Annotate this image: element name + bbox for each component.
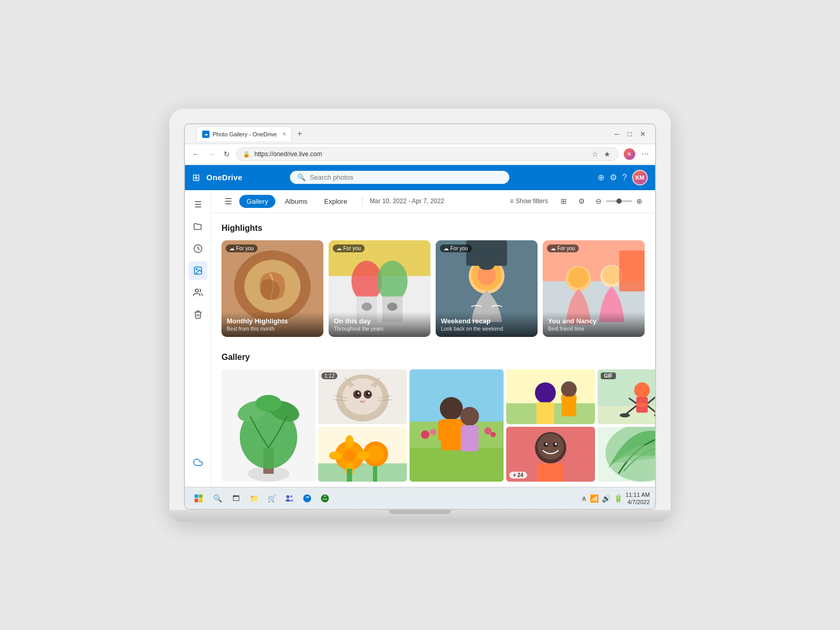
- svg-point-56: [484, 427, 492, 435]
- badge-text-1: For you: [236, 246, 254, 251]
- svg-rect-83: [373, 466, 377, 482]
- sidebar-item-folder[interactable]: [189, 217, 207, 236]
- taskbar-app-teams[interactable]: [281, 490, 298, 507]
- new-tab-button[interactable]: +: [295, 129, 304, 138]
- back-button[interactable]: ←: [190, 149, 202, 159]
- svg-point-101: [323, 498, 325, 500]
- highlight-card-weekend[interactable]: ☁ For you Weekend recap Look back on the…: [436, 240, 538, 337]
- hamburger-button[interactable]: ☰: [221, 194, 235, 208]
- tray-wifi-icon[interactable]: 📶: [590, 494, 599, 503]
- highlight-title-1: Monthly Highlights: [227, 317, 318, 325]
- navbar-right: ≡ Show filters ⊞ ⚙ ⊖ ⊕: [506, 195, 645, 207]
- highlight-card-onthisday[interactable]: ☁ For you On this day Throughout the yea…: [329, 240, 430, 337]
- taskbar-app-store[interactable]: 🛒: [263, 490, 280, 507]
- tab-explore[interactable]: Explore: [317, 195, 355, 208]
- search-taskbar-button[interactable]: 🔍: [209, 490, 226, 507]
- taskbar-app-files[interactable]: 📁: [246, 490, 262, 507]
- search-box[interactable]: 🔍: [290, 171, 509, 184]
- view-toggle-button[interactable]: ⊞: [557, 195, 570, 207]
- gallery-badge-cat: 1:12: [321, 372, 337, 379]
- gallery-item-leaves[interactable]: [598, 427, 655, 482]
- highlight-badge-4: ☁ For you: [547, 244, 579, 252]
- sidebar-item-cloud[interactable]: [189, 453, 207, 472]
- highlight-title-3: Weekend recap: [441, 317, 532, 325]
- svg-rect-53: [461, 425, 479, 451]
- laptop-base: [169, 510, 671, 521]
- taskbar-app-widgets[interactable]: 🗔: [228, 490, 244, 507]
- taskbar: 🔍 🗔 📁 🛒: [185, 487, 655, 509]
- browser-tab[interactable]: ☁ Photo Gallery - OneDrive ✕: [196, 126, 292, 141]
- show-filters-label: Show filters: [516, 197, 548, 205]
- sidebar-item-recycle[interactable]: [189, 305, 207, 324]
- svg-point-77: [367, 446, 384, 462]
- taskbar-app-xbox[interactable]: [317, 490, 333, 507]
- gallery-item-flowers[interactable]: [318, 427, 407, 482]
- highlight-card-nancy[interactable]: ☁ For you You and Nancy Best friend time: [543, 240, 645, 337]
- refresh-button[interactable]: ↻: [221, 149, 232, 159]
- svg-point-34: [255, 395, 282, 412]
- close-button[interactable]: ✕: [636, 129, 650, 139]
- zoom-out-button[interactable]: ⊖: [593, 196, 604, 206]
- search-input[interactable]: [310, 173, 502, 181]
- badge-text-3: For you: [450, 246, 468, 251]
- start-button[interactable]: [190, 490, 207, 507]
- svg-point-89: [545, 443, 547, 445]
- highlight-sub-3: Look back on the weekend: [441, 326, 532, 332]
- minimize-button[interactable]: ─: [610, 129, 623, 139]
- zoom-slider[interactable]: [606, 200, 632, 202]
- sidebar-item-photos[interactable]: [189, 261, 207, 280]
- highlights-title: Highlights: [221, 224, 645, 233]
- user-avatar-small: K: [624, 148, 635, 160]
- settings-icon[interactable]: ⚙: [610, 172, 617, 182]
- date-range: Mar 10, 2022 - Apr 7, 2022: [370, 197, 445, 205]
- badge-icon-3: ☁: [444, 246, 449, 251]
- tab-albums[interactable]: Albums: [277, 195, 314, 208]
- sidebar-item-hamburger[interactable]: ☰: [189, 195, 207, 214]
- gallery-item-family2[interactable]: [506, 369, 595, 424]
- collections-icon[interactable]: ★: [603, 150, 612, 158]
- taskbar-app-edge[interactable]: [299, 490, 316, 507]
- search-icon: 🔍: [297, 173, 306, 181]
- settings-button[interactable]: ⚙: [575, 195, 588, 207]
- appbar-actions: ⊕ ⚙ ? KM: [598, 170, 648, 185]
- svg-point-24: [568, 267, 589, 287]
- app-grid-icon[interactable]: ⊞: [192, 172, 200, 183]
- url-text: https://onedrive.live.com: [254, 150, 587, 158]
- badge-text-2: For you: [343, 246, 361, 251]
- sidebar-item-people[interactable]: [189, 283, 207, 302]
- highlights-grid: ☁ For you Monthly Highlights Best from t…: [221, 240, 645, 337]
- highlight-card-monthly[interactable]: ☁ For you Monthly Highlights Best from t…: [221, 240, 323, 337]
- svg-rect-61: [536, 402, 554, 424]
- favorites-icon[interactable]: ☆: [591, 150, 600, 158]
- gallery-item-cat[interactable]: 1:12: [318, 369, 407, 424]
- user-avatar[interactable]: KM: [632, 170, 648, 185]
- svg-point-80: [329, 451, 342, 460]
- gallery-section: Gallery: [211, 342, 655, 487]
- maximize-button[interactable]: □: [623, 129, 636, 139]
- gallery-item-plant[interactable]: [221, 369, 316, 482]
- badge-icon-4: ☁: [551, 246, 556, 251]
- extensions-icon[interactable]: ⋯: [640, 150, 650, 158]
- tab-gallery[interactable]: Gallery: [239, 195, 275, 208]
- help-icon[interactable]: ?: [622, 173, 627, 182]
- profile-icon[interactable]: K: [623, 148, 636, 160]
- sidebar-item-recent[interactable]: [189, 239, 207, 258]
- date-display: 4/7/2022: [626, 498, 650, 506]
- gallery-item-happy[interactable]: + 24: [506, 427, 595, 482]
- svg-point-14: [387, 302, 398, 311]
- zoom-in-button[interactable]: ⊕: [634, 196, 645, 206]
- address-bar[interactable]: 🔒 https://onedrive.live.com ☆ ★: [236, 147, 619, 161]
- gallery-item-skater[interactable]: GIF: [598, 369, 655, 424]
- cloud-icon[interactable]: ⊕: [598, 172, 604, 182]
- svg-rect-27: [619, 250, 645, 291]
- tab-close-button[interactable]: ✕: [282, 131, 286, 137]
- tray-battery-icon[interactable]: 🔋: [614, 494, 623, 503]
- tray-arrow-icon[interactable]: ∧: [581, 494, 587, 503]
- forward-button[interactable]: →: [206, 149, 217, 159]
- svg-point-2: [196, 269, 197, 270]
- address-bar-row: ← → ↻ 🔒 https://onedrive.live.com ☆ ★ K …: [185, 144, 655, 165]
- gallery-item-family[interactable]: [410, 369, 504, 482]
- svg-point-90: [555, 443, 557, 445]
- tray-volume-icon[interactable]: 🔊: [602, 494, 611, 503]
- show-filters-button[interactable]: ≡ Show filters: [506, 195, 552, 207]
